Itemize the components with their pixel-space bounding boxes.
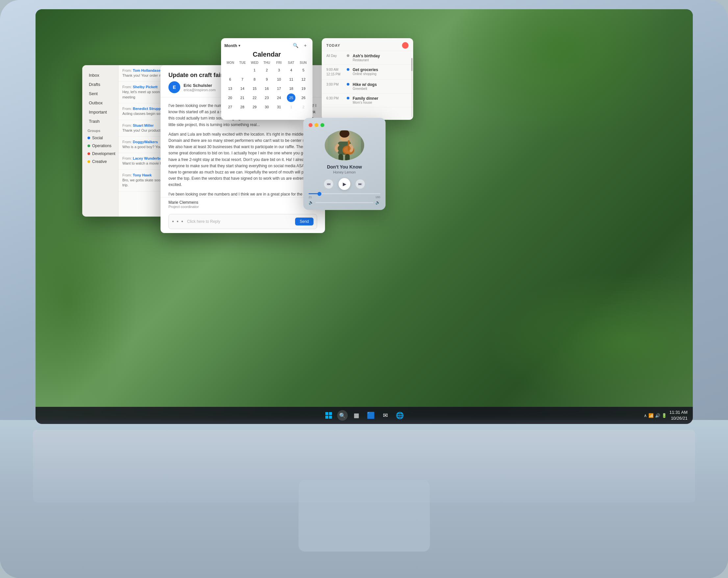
events-close-button[interactable]: ✕ [402,42,409,49]
reply-placeholder[interactable]: Click here to Reply [187,219,292,224]
sidebar-group-development[interactable]: Development [82,150,118,158]
screen-bezel: Inbox Drafts Sent Outbox Important Trash… [35,9,693,424]
event-item[interactable]: 6:30 PM Family dinner Mom's house [322,94,413,107]
search-icon: 🔍 [339,412,346,419]
sender-avatar: E [168,81,180,93]
svg-rect-12 [329,416,332,419]
send-button[interactable]: Send [295,218,313,225]
window-close-button[interactable] [309,123,313,127]
event-dot [347,68,349,71]
cal-day-today[interactable]: 25 [287,94,295,102]
cal-day[interactable]: 22 [250,94,259,102]
cal-day[interactable]: 3 [275,66,283,74]
cal-day[interactable]: 1 [287,103,295,111]
cal-day[interactable]: 19 [299,84,308,93]
sidebar-item-important[interactable]: Important [83,108,117,117]
taskbar-mail-button[interactable]: ✉ [379,409,391,421]
taskbar-search-button[interactable]: 🔍 [337,410,348,421]
taskbar-store-button[interactable]: 🟦 [365,409,377,421]
cal-day[interactable]: 2 [262,66,271,74]
calendar-search-button[interactable]: 🔍 [291,42,300,49]
sidebar-item-drafts[interactable]: Drafts [83,80,117,89]
cal-day[interactable]: 26 [299,94,308,102]
music-controls: ⏮ ▶ ⏭ [324,178,365,190]
month-label: Month [224,43,237,48]
signature-name: Marie Clemmens [168,200,317,205]
cal-day[interactable]: 6 [226,75,235,83]
email-sender: DoggyWalkers [133,140,158,144]
event-dot [347,96,349,99]
cal-day[interactable]: 4 [287,66,295,74]
cal-day[interactable]: 21 [238,94,247,102]
window-minimize-button[interactable] [314,123,318,127]
taskbar-widgets-button[interactable]: ▦ [350,409,362,421]
calendar-add-button[interactable]: + [301,42,309,49]
cal-day[interactable]: 20 [226,94,235,102]
play-pause-button[interactable]: ▶ [338,178,350,190]
cal-day[interactable]: 27 [226,103,235,111]
sidebar-item-outbox[interactable]: Outbox [83,98,117,107]
cal-day[interactable]: 30 [262,103,271,111]
sidebar-item-sent[interactable]: Sent [83,89,117,98]
cal-day[interactable] [226,66,235,74]
day-fri: FRI [273,61,285,65]
volume-bar[interactable] [315,202,373,203]
email-reply-area[interactable]: • • • Click here to Reply Send [168,214,317,229]
person-guitar-image [328,130,361,160]
month-selector[interactable]: Month ▾ [224,43,240,48]
sidebar-group-social[interactable]: Social [82,134,118,142]
cal-day[interactable]: 23 [262,94,271,102]
email-sender: Tony Hawk [133,173,152,177]
cal-day[interactable]: 28 [238,103,247,111]
event-time: 3:00 PM [326,82,343,87]
cal-day[interactable]: 15 [250,84,259,93]
chevron-up-icon[interactable]: ∧ [644,413,647,418]
sidebar-item-inbox[interactable]: Inbox [83,71,117,80]
svg-rect-9 [326,412,328,415]
cal-day[interactable]: 29 [250,103,259,111]
cal-day[interactable]: 12 [299,75,308,83]
calendar-header: Month ▾ 🔍 + [224,42,309,49]
windows-logo-icon [325,412,332,419]
battery-icon: 🔋 [661,413,667,418]
cal-day[interactable]: 13 [226,84,235,93]
today-label: TODAY [326,44,340,47]
cal-day[interactable]: 24 [275,94,283,102]
cal-day[interactable]: 14 [238,84,247,93]
cal-day[interactable]: 7 [238,75,247,83]
cal-day[interactable]: 11 [287,75,295,83]
trackpad[interactable] [298,479,430,552]
operations-label: Operations [92,144,111,148]
cal-day[interactable]: 16 [262,84,271,93]
event-item[interactable]: 3:00 PM Hike w/ dogs Greenbelt [322,80,413,94]
cal-day[interactable]: 1 [250,66,259,74]
windows-start-button[interactable] [323,409,335,421]
cal-day[interactable]: 9 [262,75,271,83]
taskbar-edge-button[interactable]: 🌐 [394,409,406,421]
groups-section-label: Groups [82,126,118,134]
clock[interactable]: 11:31 AM 10/26/21 [670,409,687,421]
cal-day[interactable]: 5 [299,66,308,74]
cal-day[interactable]: 2 [299,103,308,111]
calendar-controls: 🔍 + [291,42,309,49]
scrollbar[interactable] [411,58,413,117]
progress-bar[interactable] [309,193,380,194]
cal-day[interactable]: 18 [287,84,295,93]
sidebar-group-operations[interactable]: Operations [82,142,118,150]
cal-day[interactable]: 10 [275,75,283,83]
window-maximize-button[interactable] [320,123,324,127]
previous-button[interactable]: ⏮ [324,179,333,189]
sidebar-group-creative[interactable]: Creative [82,158,118,166]
event-item[interactable]: 9:00 AM12:15 PM Get groceries Online sho… [322,65,413,80]
calendar-window: Month ▾ 🔍 + Calendar MON TUE WED THU [221,38,313,120]
cal-day[interactable]: 8 [250,75,259,83]
cal-day[interactable] [238,66,247,74]
sidebar-item-trash[interactable]: Trash [83,117,117,126]
cal-day[interactable]: 31 [275,103,283,111]
event-allday[interactable]: All Day Ash's birthday Restaurant [322,51,413,65]
cal-day[interactable]: 17 [275,84,283,93]
email-sender: Stuart Miller [133,123,154,127]
next-button[interactable]: ⏭ [356,179,365,189]
body-para-2: Adam and Lula are both really excited wi… [168,131,317,188]
taskbar: 🔍 ▦ 🟦 ✉ 🌐 [35,407,693,424]
